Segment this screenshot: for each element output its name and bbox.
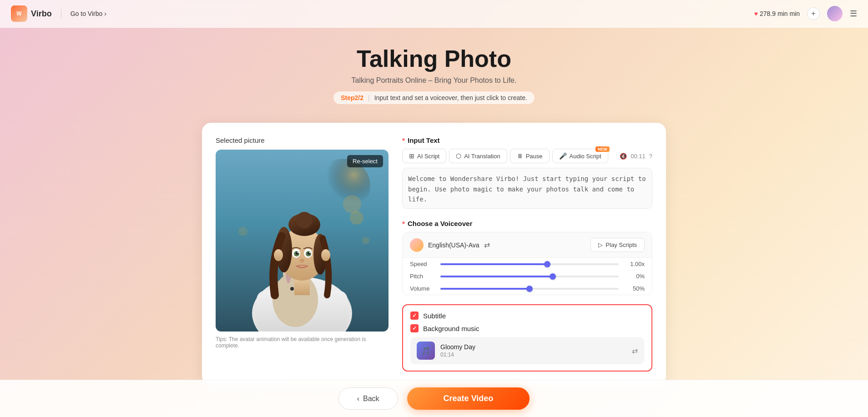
music-item: 🎵 Gloomy Day 01:14 ⇄ — [410, 337, 644, 364]
music-title: Gloomy Day — [440, 343, 626, 351]
tab-ai-script[interactable]: ⊞ AI Script — [402, 149, 446, 163]
tab-pause[interactable]: ⏸ Pause — [510, 149, 550, 163]
chevron-right-icon: › — [104, 10, 106, 17]
selected-picture-label: Selected picture — [216, 136, 389, 144]
music-duration: 01:14 — [440, 352, 626, 358]
bg-music-checkbox-row: Background music — [410, 324, 644, 332]
volume-slider-thumb[interactable] — [526, 286, 533, 292]
svg-point-27 — [300, 259, 304, 262]
volume-value: 50% — [624, 285, 645, 292]
pitch-slider-thumb[interactable] — [550, 273, 556, 280]
svg-point-32 — [238, 227, 247, 236]
pitch-label: Pitch — [410, 273, 435, 280]
left-panel: Selected picture — [216, 136, 389, 372]
step-indicator: Step2/2 | Input text and set a voiceover… — [333, 91, 535, 105]
photo-tip: Tips: The avatar animation will be avail… — [216, 336, 389, 349]
logo-icon: W — [11, 5, 27, 22]
volume-label: Volume — [410, 285, 435, 292]
voice-swap-icon[interactable]: ⇄ — [484, 241, 490, 249]
voiceover-section: * Choose a Voiceover English(USA)-Ava ⇄ … — [402, 220, 652, 295]
volume-slider-track[interactable] — [440, 288, 619, 290]
go-to-virbo-link[interactable]: Go to Virbo › — [71, 10, 106, 17]
input-text-tab-bar: ⊞ AI Script ⬡ AI Translation ⏸ Pause 🎤 A… — [402, 149, 652, 163]
page-subtitle: Talking Portraits Online – Bring Your Ph… — [9, 76, 859, 85]
play-circle-icon: ▷ — [598, 241, 603, 248]
credits-unit: min — [789, 10, 800, 17]
create-video-button[interactable]: Create Video — [407, 387, 530, 410]
voiceover-label: * Choose a Voiceover — [402, 220, 652, 227]
pitch-slider-row: Pitch 0% — [403, 270, 652, 282]
photo-svg — [216, 150, 389, 332]
speed-slider-row: Speed 1.00x — [403, 258, 652, 270]
svg-point-29 — [321, 249, 330, 261]
logo-text: Virbo — [31, 9, 52, 19]
bg-music-checkbox[interactable] — [410, 324, 419, 332]
music-swap-icon[interactable]: ⇄ — [632, 347, 638, 355]
header-left: W Virbo Go to Virbo › — [11, 5, 106, 22]
content-card: Selected picture — [202, 123, 666, 385]
speed-slider-track[interactable] — [440, 263, 619, 265]
svg-point-16 — [296, 212, 313, 228]
ai-script-icon: ⊞ — [409, 152, 414, 160]
pause-icon: ⏸ — [517, 152, 523, 160]
volume-slider-row: Volume 50% — [403, 282, 652, 295]
step-description: Input text and set a voiceover, then jus… — [374, 94, 527, 101]
subtitle-checkbox-row: Subtitle — [410, 311, 644, 320]
photo-container: Re-select — [216, 150, 389, 332]
page-title: Talking Photo — [9, 46, 859, 72]
credits-display: ♥ 278.9 min min — [754, 10, 800, 17]
speed-value: 1.00x — [624, 261, 645, 267]
input-text-label: * Input Text — [402, 136, 652, 144]
speed-label: Speed — [410, 261, 435, 267]
tab-ai-translation[interactable]: ⬡ AI Translation — [449, 149, 507, 163]
volume-slider-fill — [440, 288, 530, 290]
right-panel: * Input Text ⊞ AI Script ⬡ AI Translatio… — [402, 136, 652, 372]
voiceover-header: English(USA)-Ava ⇄ ▷ Play Scripts — [403, 232, 652, 258]
svg-point-25 — [298, 252, 299, 253]
tab-audio-script[interactable]: 🎤 Audio Script NEW — [552, 149, 608, 163]
subtitle-label: Subtitle — [423, 312, 446, 320]
step-pipe: | — [368, 94, 370, 101]
voice-name: English(USA)-Ava — [428, 241, 479, 249]
step-badge: Step2/2 — [341, 94, 363, 101]
main-content: Selected picture — [0, 114, 868, 417]
script-textarea[interactable]: Welcome to Wondershare Virbo! Just start… — [402, 168, 652, 209]
speed-slider-thumb[interactable] — [544, 261, 550, 267]
header: W Virbo Go to Virbo › ♥ 278.9 min min + … — [0, 0, 868, 28]
input-text-section: * Input Text ⊞ AI Script ⬡ AI Translatio… — [402, 136, 652, 211]
header-divider — [61, 9, 61, 18]
tab-bar-right: 🔇 00:11 ? — [620, 153, 652, 160]
pitch-slider-fill — [440, 276, 553, 277]
voice-selector[interactable]: English(USA)-Ava ⇄ — [410, 238, 490, 252]
logo-wrap: W Virbo — [11, 5, 52, 22]
user-avatar[interactable] — [827, 6, 843, 21]
extras-section: Subtitle Background music 🎵 Gloomy Day 0… — [402, 304, 652, 372]
pitch-slider-track[interactable] — [440, 276, 619, 277]
subtitle-checkbox[interactable] — [410, 311, 419, 320]
back-button[interactable]: ‹ Back — [338, 387, 398, 410]
pitch-value: 0% — [624, 273, 645, 280]
bg-music-label: Background music — [423, 325, 479, 332]
required-star: * — [402, 136, 405, 144]
ai-translation-icon: ⬡ — [456, 152, 461, 160]
required-star-2: * — [402, 220, 405, 227]
reselect-button[interactable]: Re-select — [347, 155, 383, 167]
svg-point-2 — [343, 195, 361, 213]
bottom-bar: ‹ Back Create Video — [0, 380, 868, 417]
hamburger-menu-button[interactable]: ☰ — [850, 9, 857, 19]
svg-point-28 — [274, 249, 283, 261]
svg-point-11 — [290, 287, 294, 291]
header-right: ♥ 278.9 min min + ☰ — [754, 6, 857, 21]
voice-avatar — [410, 238, 424, 252]
voiceover-card: English(USA)-Ava ⇄ ▷ Play Scripts Speed — [402, 232, 652, 295]
play-scripts-button[interactable]: ▷ Play Scripts — [590, 238, 645, 252]
svg-point-26 — [309, 252, 311, 253]
help-icon: ? — [649, 153, 652, 160]
svg-point-30 — [350, 211, 363, 225]
add-credits-button[interactable]: + — [807, 7, 820, 20]
speed-slider-fill — [440, 263, 547, 265]
heart-icon: ♥ — [754, 10, 758, 17]
new-badge: NEW — [595, 146, 610, 152]
svg-point-31 — [362, 237, 369, 244]
music-info: Gloomy Day 01:14 — [440, 343, 626, 358]
